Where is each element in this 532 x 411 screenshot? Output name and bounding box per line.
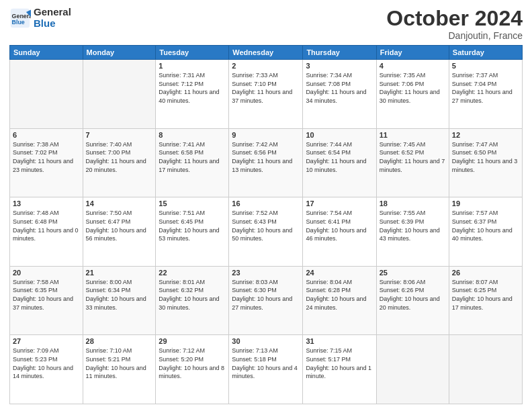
- day-info: Sunrise: 8:03 AM Sunset: 6:30 PM Dayligh…: [232, 278, 300, 312]
- calendar-cell: 28Sunrise: 7:10 AM Sunset: 5:21 PM Dayli…: [83, 335, 156, 404]
- calendar-cell: 15Sunrise: 7:51 AM Sunset: 6:45 PM Dayli…: [156, 197, 229, 267]
- calendar-cell: 31Sunrise: 7:15 AM Sunset: 5:17 PM Dayli…: [303, 335, 376, 404]
- logo-general: General: [34, 7, 71, 18]
- day-header-tuesday: Tuesday: [156, 46, 229, 60]
- day-info: Sunrise: 7:37 AM Sunset: 7:04 PM Dayligh…: [452, 71, 519, 105]
- calendar: SundayMondayTuesdayWednesdayThursdayFrid…: [9, 45, 523, 404]
- day-number: 1: [159, 62, 226, 70]
- day-info: Sunrise: 7:34 AM Sunset: 7:08 PM Dayligh…: [306, 71, 373, 105]
- day-header-sunday: Sunday: [10, 46, 83, 60]
- day-info: Sunrise: 8:00 AM Sunset: 6:34 PM Dayligh…: [86, 278, 153, 312]
- day-info: Sunrise: 7:45 AM Sunset: 6:52 PM Dayligh…: [380, 140, 446, 174]
- day-number: 16: [232, 199, 300, 208]
- day-info: Sunrise: 7:33 AM Sunset: 7:10 PM Dayligh…: [232, 71, 300, 105]
- day-number: 10: [306, 131, 373, 139]
- day-number: 25: [380, 269, 446, 277]
- day-info: Sunrise: 7:15 AM Sunset: 5:17 PM Dayligh…: [306, 347, 373, 380]
- calendar-header: SundayMondayTuesdayWednesdayThursdayFrid…: [10, 46, 523, 60]
- day-info: Sunrise: 7:58 AM Sunset: 6:35 PM Dayligh…: [13, 278, 80, 312]
- calendar-cell: 9Sunrise: 7:42 AM Sunset: 6:56 PM Daylig…: [229, 128, 303, 197]
- day-info: Sunrise: 7:13 AM Sunset: 5:18 PM Dayligh…: [232, 347, 300, 380]
- day-info: Sunrise: 7:51 AM Sunset: 6:45 PM Dayligh…: [159, 209, 226, 242]
- day-number: 14: [86, 199, 153, 208]
- calendar-cell: [449, 335, 522, 404]
- title-block: October 2024 Danjoutin, France: [386, 7, 523, 41]
- location: Danjoutin, France: [386, 30, 523, 41]
- day-header-saturday: Saturday: [449, 46, 522, 60]
- calendar-cell: 22Sunrise: 8:01 AM Sunset: 6:32 PM Dayli…: [156, 266, 229, 335]
- day-number: 31: [306, 337, 373, 345]
- calendar-cell: 6Sunrise: 7:38 AM Sunset: 7:02 PM Daylig…: [10, 128, 83, 197]
- day-number: 28: [86, 337, 153, 345]
- day-info: Sunrise: 8:06 AM Sunset: 6:26 PM Dayligh…: [380, 278, 446, 312]
- calendar-cell: 10Sunrise: 7:44 AM Sunset: 6:54 PM Dayli…: [303, 128, 376, 197]
- day-info: Sunrise: 7:41 AM Sunset: 6:58 PM Dayligh…: [159, 140, 226, 174]
- day-number: 4: [380, 62, 446, 70]
- day-info: Sunrise: 7:40 AM Sunset: 7:00 PM Dayligh…: [86, 140, 153, 174]
- calendar-cell: 8Sunrise: 7:41 AM Sunset: 6:58 PM Daylig…: [156, 128, 229, 197]
- day-number: 21: [86, 269, 153, 277]
- svg-text:Blue: Blue: [12, 18, 25, 25]
- day-info: Sunrise: 7:09 AM Sunset: 5:23 PM Dayligh…: [13, 347, 80, 380]
- day-info: Sunrise: 8:01 AM Sunset: 6:32 PM Dayligh…: [159, 278, 226, 312]
- calendar-cell: 12Sunrise: 7:47 AM Sunset: 6:50 PM Dayli…: [449, 128, 522, 197]
- day-number: 6: [13, 131, 80, 139]
- day-number: 15: [159, 199, 226, 208]
- calendar-cell: 19Sunrise: 7:57 AM Sunset: 6:37 PM Dayli…: [449, 197, 522, 267]
- day-number: 8: [159, 131, 226, 139]
- day-info: Sunrise: 7:10 AM Sunset: 5:21 PM Dayligh…: [86, 347, 153, 380]
- day-info: Sunrise: 7:31 AM Sunset: 7:12 PM Dayligh…: [159, 71, 226, 105]
- day-info: Sunrise: 7:48 AM Sunset: 6:48 PM Dayligh…: [13, 209, 80, 242]
- day-number: 23: [232, 269, 300, 277]
- day-number: 2: [232, 62, 300, 70]
- logo: General Blue General Blue: [9, 7, 71, 29]
- day-number: 9: [232, 131, 300, 139]
- day-number: 24: [306, 269, 373, 277]
- day-info: Sunrise: 7:57 AM Sunset: 6:37 PM Dayligh…: [452, 209, 519, 242]
- calendar-cell: [83, 60, 156, 129]
- day-number: 22: [159, 269, 226, 277]
- day-info: Sunrise: 8:07 AM Sunset: 6:25 PM Dayligh…: [452, 278, 519, 312]
- day-number: 26: [452, 269, 519, 277]
- day-number: 19: [452, 199, 519, 208]
- calendar-cell: 23Sunrise: 8:03 AM Sunset: 6:30 PM Dayli…: [229, 266, 303, 335]
- calendar-cell: [376, 335, 449, 404]
- calendar-cell: 29Sunrise: 7:12 AM Sunset: 5:20 PM Dayli…: [156, 335, 229, 404]
- logo-blue: Blue: [34, 18, 71, 30]
- day-number: 12: [452, 131, 519, 139]
- calendar-cell: 3Sunrise: 7:34 AM Sunset: 7:08 PM Daylig…: [303, 60, 376, 129]
- day-number: 7: [86, 131, 153, 139]
- day-number: 18: [380, 199, 446, 208]
- calendar-cell: 18Sunrise: 7:55 AM Sunset: 6:39 PM Dayli…: [376, 197, 449, 267]
- calendar-cell: 27Sunrise: 7:09 AM Sunset: 5:23 PM Dayli…: [10, 335, 83, 404]
- calendar-cell: 7Sunrise: 7:40 AM Sunset: 7:00 PM Daylig…: [83, 128, 156, 197]
- day-number: 17: [306, 199, 373, 208]
- day-info: Sunrise: 7:42 AM Sunset: 6:56 PM Dayligh…: [232, 140, 300, 174]
- day-info: Sunrise: 7:47 AM Sunset: 6:50 PM Dayligh…: [452, 140, 519, 174]
- day-number: 20: [13, 269, 80, 277]
- day-info: Sunrise: 8:04 AM Sunset: 6:28 PM Dayligh…: [306, 278, 373, 312]
- calendar-cell: 24Sunrise: 8:04 AM Sunset: 6:28 PM Dayli…: [303, 266, 376, 335]
- calendar-cell: 21Sunrise: 8:00 AM Sunset: 6:34 PM Dayli…: [83, 266, 156, 335]
- day-header-thursday: Thursday: [303, 46, 376, 60]
- day-number: 29: [159, 337, 226, 345]
- calendar-cell: 5Sunrise: 7:37 AM Sunset: 7:04 PM Daylig…: [449, 60, 522, 129]
- day-header-wednesday: Wednesday: [229, 46, 303, 60]
- day-info: Sunrise: 7:54 AM Sunset: 6:41 PM Dayligh…: [306, 209, 373, 242]
- calendar-cell: 20Sunrise: 7:58 AM Sunset: 6:35 PM Dayli…: [10, 266, 83, 335]
- calendar-cell: 2Sunrise: 7:33 AM Sunset: 7:10 PM Daylig…: [229, 60, 303, 129]
- day-number: 5: [452, 62, 519, 70]
- month-title: October 2024: [386, 7, 523, 30]
- day-number: 30: [232, 337, 300, 345]
- day-header-monday: Monday: [83, 46, 156, 60]
- logo-icon: General Blue: [9, 7, 31, 29]
- day-info: Sunrise: 7:52 AM Sunset: 6:43 PM Dayligh…: [232, 209, 300, 242]
- calendar-cell: [10, 60, 83, 129]
- day-number: 13: [13, 199, 80, 208]
- day-number: 11: [380, 131, 446, 139]
- day-number: 27: [13, 337, 80, 345]
- calendar-cell: 17Sunrise: 7:54 AM Sunset: 6:41 PM Dayli…: [303, 197, 376, 267]
- calendar-cell: 25Sunrise: 8:06 AM Sunset: 6:26 PM Dayli…: [376, 266, 449, 335]
- day-info: Sunrise: 7:35 AM Sunset: 7:06 PM Dayligh…: [380, 71, 446, 105]
- day-info: Sunrise: 7:44 AM Sunset: 6:54 PM Dayligh…: [306, 140, 373, 174]
